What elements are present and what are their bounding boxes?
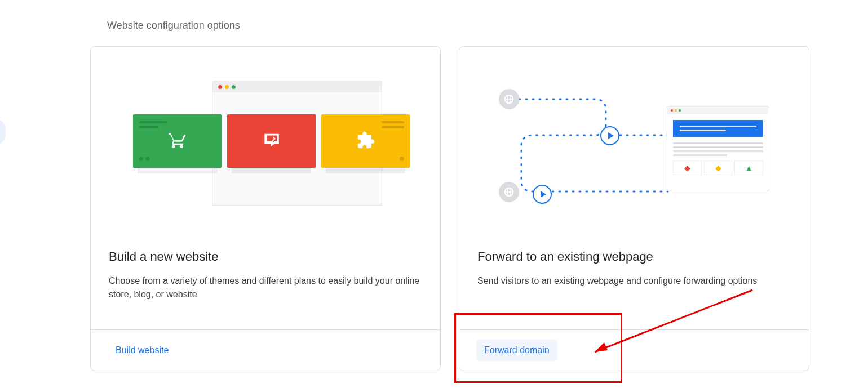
- globe-icon: [499, 182, 519, 202]
- blog-tile-icon: [227, 114, 316, 168]
- build-card-title: Build a new website: [109, 249, 422, 264]
- forward-card-description: Send visitors to an existing webpage and…: [477, 274, 791, 288]
- build-website-button[interactable]: Build website: [108, 340, 176, 361]
- globe-icon: [499, 89, 519, 109]
- card-forward-domain: ◆ ◆ ▲ Forward to an existing webpage Sen…: [459, 46, 809, 371]
- forward-card-title: Forward to an existing webpage: [477, 249, 791, 264]
- store-tile-icon: [133, 114, 222, 168]
- extension-tile-icon: [321, 114, 410, 168]
- build-card-description: Choose from a variety of themes and diff…: [109, 274, 422, 301]
- card-build-website: Build a new website Choose from a variet…: [90, 46, 441, 371]
- play-icon: [600, 126, 619, 145]
- section-heading: Website configuration options: [107, 20, 240, 32]
- forward-illustration: ◆ ◆ ▲: [459, 47, 809, 249]
- browser-window-icon: [212, 81, 382, 92]
- build-illustration: [91, 47, 440, 249]
- play-icon: [533, 185, 552, 204]
- mini-browser-icon: ◆ ◆ ▲: [667, 106, 769, 191]
- decorative-edge: [0, 118, 6, 145]
- config-cards-row: Build a new website Choose from a variet…: [90, 46, 809, 371]
- forward-domain-button[interactable]: Forward domain: [476, 340, 557, 361]
